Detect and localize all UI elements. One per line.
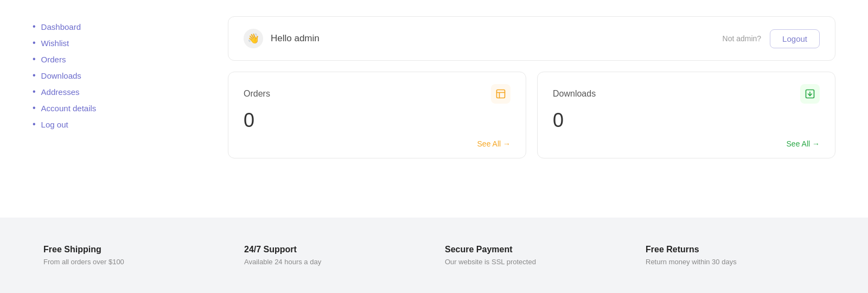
downloads-card: Downloads 0 See All → <box>537 72 835 158</box>
sidebar-item-wishlist[interactable]: Wishlist <box>41 39 69 48</box>
sidebar: DashboardWishlistOrdersDownloadsAddresse… <box>0 11 217 207</box>
downloads-icon <box>800 84 820 104</box>
orders-label: Orders <box>244 89 270 99</box>
footer-feature-title: Free Shipping <box>43 245 222 254</box>
footer-feature: 24/7 SupportAvailable 24 hours a day <box>244 245 423 266</box>
footer-feature: Free ShippingFrom all orders over $100 <box>43 245 222 266</box>
orders-footer: See All → <box>244 139 510 148</box>
page-wrapper: DashboardWishlistOrdersDownloadsAddresse… <box>0 0 868 293</box>
content-area: 👋 Hello admin Not admin? Logout Orders <box>217 11 868 207</box>
downloads-count: 0 <box>553 109 820 132</box>
footer-feature: Free ReturnsReturn money within 30 days <box>646 245 825 266</box>
hello-card: 👋 Hello admin Not admin? Logout <box>228 16 835 61</box>
orders-count: 0 <box>244 109 510 132</box>
downloads-see-all[interactable]: See All → <box>787 139 820 148</box>
sidebar-item-account-details[interactable]: Account details <box>41 104 97 113</box>
orders-card: Orders 0 See All → <box>228 72 526 158</box>
orders-card-header: Orders <box>244 84 510 104</box>
downloads-label: Downloads <box>553 89 596 99</box>
sidebar-list-item: Orders <box>33 54 184 64</box>
footer-feature-desc: Return money within 30 days <box>646 258 825 266</box>
orders-icon <box>491 84 510 104</box>
footer-feature-desc: From all orders over $100 <box>43 258 222 266</box>
footer-feature-title: Free Returns <box>646 245 825 254</box>
stats-row: Orders 0 See All → Do <box>228 72 835 158</box>
sidebar-list-item: Wishlist <box>33 38 184 48</box>
sidebar-item-addresses[interactable]: Addresses <box>41 87 80 97</box>
sidebar-item-dashboard[interactable]: Dashboard <box>41 22 81 31</box>
sidebar-list-item: Account details <box>33 103 184 113</box>
footer-feature-desc: Our website is SSL protected <box>445 258 624 266</box>
sidebar-list-item: Dashboard <box>33 22 184 31</box>
logout-button[interactable]: Logout <box>770 29 820 48</box>
orders-see-all[interactable]: See All → <box>477 139 510 148</box>
downloads-footer: See All → <box>553 139 820 148</box>
downloads-card-header: Downloads <box>553 84 820 104</box>
hello-left: 👋 Hello admin <box>244 29 320 48</box>
sidebar-item-log-out[interactable]: Log out <box>41 120 68 129</box>
footer-feature-desc: Available 24 hours a day <box>244 258 423 266</box>
sidebar-list-item: Addresses <box>33 87 184 97</box>
svg-rect-0 <box>497 90 505 98</box>
hello-text: Hello admin <box>271 33 320 44</box>
sidebar-list-item: Log out <box>33 119 184 129</box>
footer-feature-title: 24/7 Support <box>244 245 423 254</box>
main-content: DashboardWishlistOrdersDownloadsAddresse… <box>0 0 868 218</box>
sidebar-list-item: Downloads <box>33 71 184 80</box>
sidebar-item-orders[interactable]: Orders <box>41 55 66 64</box>
hello-right: Not admin? Logout <box>723 29 820 48</box>
footer-banner: Free ShippingFrom all orders over $10024… <box>0 218 868 293</box>
footer-feature-title: Secure Payment <box>445 245 624 254</box>
wave-icon: 👋 <box>244 29 263 48</box>
sidebar-item-downloads[interactable]: Downloads <box>41 71 81 80</box>
not-admin-text: Not admin? <box>723 34 762 43</box>
footer-feature: Secure PaymentOur website is SSL protect… <box>445 245 624 266</box>
